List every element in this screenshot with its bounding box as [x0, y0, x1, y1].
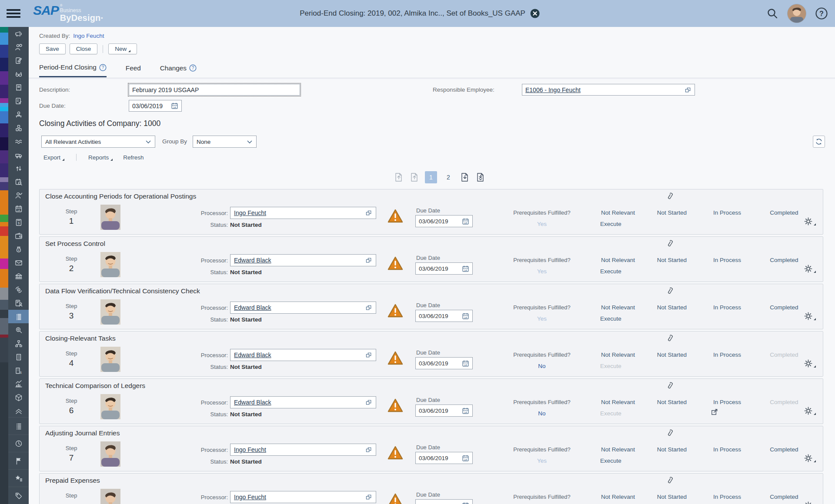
completed-action[interactable]: Completed	[762, 351, 806, 358]
tab-period-end-closing[interactable]: Period-End Closing ?	[39, 63, 107, 77]
sidebar-item-wallet[interactable]	[8, 229, 29, 242]
sidebar-item-doc-person[interactable]	[8, 296, 29, 310]
not-relevant-action[interactable]: Not Relevant	[596, 399, 640, 405]
due-date-field[interactable]: 03/06/201914	[415, 262, 473, 275]
sidebar-item-person-check[interactable]	[8, 189, 29, 202]
export-button[interactable]: Export	[43, 154, 64, 161]
completed-action[interactable]: Completed	[762, 494, 806, 500]
attachment-paperclip-icon[interactable]	[666, 334, 674, 345]
save-button[interactable]: Save	[39, 43, 66, 54]
open-dialog-icon[interactable]	[365, 494, 372, 501]
open-dialog-icon[interactable]	[365, 257, 372, 264]
completed-action[interactable]: Completed	[762, 209, 806, 216]
sidebar-item-glasses[interactable]	[8, 67, 29, 81]
tab-changes[interactable]: Changes ?	[160, 63, 197, 77]
sidebar-item-megaphone[interactable]	[8, 27, 29, 40]
sidebar-item-doc-dollar[interactable]: $	[8, 216, 29, 229]
menu-icon[interactable]	[7, 7, 20, 20]
due-date-field[interactable]: 03/06/201914	[415, 357, 473, 369]
sync-refresh-button[interactable]	[813, 136, 825, 148]
in-process-action[interactable]: In Process	[705, 399, 749, 405]
page-1[interactable]: 1	[425, 171, 437, 183]
attachment-paperclip-icon[interactable]	[666, 286, 674, 297]
open-dialog-icon[interactable]	[365, 304, 372, 311]
processor-link[interactable]: Ingo Feucht	[234, 446, 266, 453]
sidebar-item-calendar14[interactable]: 14	[8, 202, 29, 216]
processor-field[interactable]: Edward Black	[230, 349, 376, 361]
processor-field[interactable]: Edward Black	[230, 396, 376, 408]
sidebar-item-arrows-ud[interactable]	[8, 162, 29, 175]
close-button[interactable]: Close	[70, 43, 98, 54]
sidebar-item-clock[interactable]	[8, 434, 29, 452]
completed-action[interactable]: Completed	[762, 304, 806, 311]
in-process-action[interactable]: In Process	[705, 494, 749, 500]
open-dialog-icon[interactable]	[365, 446, 372, 453]
processor-field[interactable]: Ingo Feucht	[230, 207, 376, 219]
not-relevant-action[interactable]: Not Relevant	[596, 494, 640, 500]
page-2[interactable]: 2	[442, 171, 454, 183]
attachment-paperclip-icon[interactable]	[666, 476, 674, 487]
execute-action[interactable]: Execute	[600, 410, 621, 417]
in-process-action[interactable]: In Process	[705, 446, 749, 453]
open-dialog-icon[interactable]	[365, 209, 372, 216]
execute-action[interactable]: Execute	[600, 315, 621, 322]
in-process-action[interactable]: In Process	[705, 257, 749, 263]
sidebar-item-building[interactable]	[8, 350, 29, 364]
sidebar-item-search-coins[interactable]	[8, 323, 29, 337]
not-started-action[interactable]: Not Started	[650, 209, 694, 216]
not-relevant-action[interactable]: Not Relevant	[596, 257, 640, 263]
processor-link[interactable]: Edward Black	[234, 399, 271, 406]
prerequisites-value[interactable]: Yes	[508, 221, 575, 227]
prerequisites-value[interactable]: No	[508, 410, 575, 417]
settings-gear-icon[interactable]	[804, 359, 816, 368]
open-dialog-icon[interactable]	[365, 351, 372, 358]
responsible-employee-field[interactable]: E1006 - Ingo Feucht	[522, 84, 695, 96]
new-button[interactable]: New	[108, 43, 137, 54]
sidebar-item-doc-check[interactable]	[8, 94, 29, 108]
sidebar-item-org[interactable]	[8, 337, 29, 350]
not-relevant-action[interactable]: Not Relevant	[596, 351, 640, 358]
open-window-icon[interactable]	[711, 408, 719, 418]
settings-gear-icon[interactable]	[804, 454, 816, 462]
attachment-paperclip-icon[interactable]	[666, 381, 674, 392]
due-date-field[interactable]: 03/06/201914	[415, 215, 473, 227]
sidebar-item-list[interactable]	[8, 310, 29, 323]
not-started-action[interactable]: Not Started	[650, 399, 694, 405]
due-date-field[interactable]: 03/06/201914	[415, 405, 473, 417]
sidebar-item-cal-search[interactable]	[8, 175, 29, 189]
search-icon[interactable]	[766, 7, 778, 20]
sidebar-item-truck[interactable]	[8, 148, 29, 162]
in-process-action[interactable]: In Process	[705, 209, 749, 216]
execute-action[interactable]: Execute	[600, 363, 621, 369]
sidebar-item-person-money[interactable]	[8, 40, 29, 54]
settings-gear-icon[interactable]	[804, 501, 816, 504]
prerequisites-value[interactable]: Yes	[508, 268, 575, 275]
sidebar-item-bag[interactable]: $	[8, 242, 29, 256]
due-date-field[interactable]: 03/06/2019 14	[129, 100, 182, 112]
sidebar-item-flag[interactable]	[8, 452, 29, 469]
help-icon[interactable]: ?	[815, 7, 828, 20]
not-relevant-action[interactable]: Not Relevant	[596, 446, 640, 453]
user-avatar[interactable]	[787, 4, 806, 23]
created-by-link[interactable]: Ingo Feucht	[73, 33, 104, 39]
processor-field[interactable]: Edward Black	[230, 302, 376, 314]
sidebar-item-receipt[interactable]	[8, 81, 29, 94]
not-relevant-action[interactable]: Not Relevant	[596, 304, 640, 311]
previous-page-icon[interactable]	[409, 172, 420, 182]
next-page-icon[interactable]	[460, 172, 470, 182]
in-process-action[interactable]: In Process	[705, 351, 749, 358]
not-relevant-action[interactable]: Not Relevant	[596, 209, 640, 216]
attachment-paperclip-icon[interactable]	[666, 239, 674, 250]
settings-gear-icon[interactable]	[804, 312, 816, 320]
settings-gear-icon[interactable]	[804, 265, 816, 273]
prerequisites-value[interactable]: Yes	[508, 315, 575, 322]
processor-link[interactable]: Edward Black	[234, 304, 271, 311]
last-page-icon[interactable]	[475, 172, 486, 182]
sidebar-item-chart[interactable]	[8, 377, 29, 391]
execute-action[interactable]: Execute	[600, 221, 621, 227]
group-by-select[interactable]: None	[193, 136, 257, 148]
due-date-field[interactable]: 14	[415, 499, 473, 504]
processor-field[interactable]: Ingo Feucht	[230, 491, 376, 503]
close-document-icon[interactable]	[530, 8, 540, 19]
activity-filter-select[interactable]: All Relevant Activities	[41, 136, 155, 148]
